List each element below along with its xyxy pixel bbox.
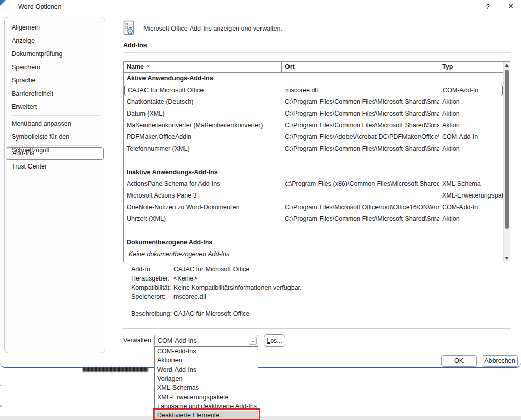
- dropdown-option-vorlagen[interactable]: Vorlagen: [155, 374, 258, 383]
- manage-combobox[interactable]: COM-Add-Ins ⌄: [154, 335, 258, 346]
- column-header-ort[interactable]: Ort: [282, 62, 439, 72]
- sidebar-item-barrierefreiheit[interactable]: Barrierefreiheit: [6, 87, 104, 100]
- detail-value: CAJAC für Microsoft Office: [173, 265, 249, 274]
- add-in-details: Add-In: CAJAC für Microsoft Office Herau…: [131, 265, 302, 318]
- background-fragment: [0, 405, 2, 407]
- cell-name: Chatkontakte (Deutsch): [124, 96, 282, 108]
- page-description: Microsoft Office-Add-Ins anzeigen und ve…: [143, 25, 282, 32]
- dropdown-option-com-add-ins[interactable]: COM-Add-Ins: [155, 347, 258, 356]
- cell-typ: COM-Add-In: [439, 131, 503, 143]
- sidebar-item-dokumentpruefung[interactable]: Dokumentprüfung: [6, 47, 104, 61]
- cell-typ: Aktion: [439, 143, 503, 155]
- detail-label: Speicherort:: [131, 292, 173, 301]
- background-taskbar-strip: [0, 416, 521, 420]
- manage-label: Verwalten:: [123, 337, 153, 344]
- dropdown-option-xml-schemas[interactable]: XML-Schemas: [155, 383, 258, 393]
- cell-name: Microsoft Actions Pane 3: [124, 190, 282, 202]
- sidebar-item-anzeige[interactable]: Anzeige: [6, 34, 104, 47]
- scrollbar-thumb[interactable]: [505, 70, 509, 229]
- scroll-up-icon[interactable]: [505, 64, 509, 67]
- detail-label: Beschreibung:: [131, 309, 173, 318]
- detail-value: mscoree.dll: [173, 292, 206, 301]
- column-header-name[interactable]: Name^: [124, 62, 282, 72]
- cell-ort: [282, 190, 439, 202]
- cell-typ: Aktion: [439, 108, 503, 120]
- detail-row: Add-In: CAJAC für Microsoft Office: [131, 265, 302, 274]
- group-header-active: Aktive Anwendungs-Add-Ins: [124, 73, 503, 85]
- chevron-down-icon[interactable]: ⌄: [249, 337, 257, 345]
- cell-typ: XML-Schema: [439, 178, 503, 190]
- table-body: Aktive Anwendungs-Add-Ins CAJAC für Micr…: [124, 73, 503, 260]
- dropdown-option-xml-erweiterungspakete[interactable]: XML-Erweiterungspakete: [155, 393, 258, 402]
- cell-ort: mscoree.dll: [282, 85, 440, 96]
- cell-ort: C:\Program Files\Common Files\Microsoft …: [282, 143, 439, 155]
- cell-typ: Aktion: [439, 120, 503, 131]
- sidebar-item-speichern[interactable]: Speichern: [6, 61, 104, 74]
- table-row[interactable]: Datum (XML) C:\Program Files\Common File…: [124, 108, 503, 120]
- add-ins-table: Name^ Ort Typ Aktive Anwendungs-Add-Ins …: [123, 61, 510, 262]
- group-spacer: [124, 225, 503, 237]
- cell-ort: C:\Program Files\Common Files\Microsoft …: [282, 120, 439, 131]
- sidebar-item-menueband[interactable]: Menüband anpassen: [6, 117, 104, 130]
- column-label: Name: [127, 63, 144, 70]
- table-row[interactable]: CAJAC für Microsoft Office mscoree.dll C…: [124, 85, 503, 96]
- table-row[interactable]: Telefonnummer (XML) C:\Program Files\Com…: [124, 143, 503, 155]
- add-ins-page-icon: ⚙: [123, 20, 138, 37]
- table-row[interactable]: OneNote-Notizen zu Word-Dokumenten C:\Pr…: [124, 202, 503, 213]
- detail-row: Kompatibilität: Keine Kompatibilitätsinf…: [131, 283, 302, 292]
- ok-button[interactable]: OK: [441, 355, 477, 367]
- help-icon[interactable]: ?: [483, 3, 493, 10]
- group-spacer: [124, 155, 503, 166]
- cell-typ: COM-Add-In: [439, 202, 503, 213]
- obscured-background-text: [83, 367, 148, 372]
- table-row[interactable]: Maßeinheitenkonverter (Maßeinheitenkonve…: [124, 120, 503, 131]
- detail-label: Kompatibilität:: [131, 283, 173, 292]
- empty-group-note: Keine dokumentbezogenen Add-Ins: [124, 248, 503, 260]
- detail-value: Keine Kompatibilitätsinformationen verfü…: [173, 283, 302, 292]
- cell-name: Uhrzeit (XML): [124, 213, 282, 225]
- sidebar-item-schnellzugriff[interactable]: Symbolleiste für den Schnellzugriff: [6, 130, 104, 144]
- sidebar-item-allgemein[interactable]: Allgemein: [6, 21, 104, 34]
- cell-name: Telefonnummer (XML): [124, 143, 282, 155]
- table-row[interactable]: Uhrzeit (XML) C:\Program Files\Common Fi…: [124, 213, 503, 225]
- dropdown-option-aktionen[interactable]: Aktionen: [155, 356, 258, 365]
- cell-typ: Aktion: [439, 213, 503, 225]
- scroll-down-icon[interactable]: [505, 257, 509, 260]
- options-sidebar: Allgemein Anzeige Dokumentprüfung Speich…: [4, 17, 105, 353]
- cell-name: Maßeinheitenkonverter (Maßeinheitenkonve…: [124, 120, 282, 131]
- word-options-dialog: Word-Optionen ? ✕ Allgemein Anzeige Doku…: [0, 0, 521, 368]
- cell-ort: C:\Program Files\Common Files\Microsoft …: [282, 213, 439, 225]
- footer-divider: [123, 328, 511, 329]
- go-button[interactable]: Los...: [264, 334, 285, 347]
- section-divider: [123, 52, 511, 53]
- cell-ort: C:\Program Files\Microsoft Office\root\O…: [282, 202, 439, 213]
- column-label: Typ: [442, 63, 453, 70]
- cell-name: PDFMaker.OfficeAddin: [124, 131, 282, 143]
- detail-row: Beschreibung: CAJAC für Microsoft Office: [131, 309, 302, 318]
- close-icon[interactable]: ✕: [505, 2, 516, 10]
- detail-label: Herausgeber:: [131, 274, 173, 283]
- background-window: [0, 368, 521, 420]
- table-row[interactable]: Microsoft Actions Pane 3 XML-Erweiterung…: [124, 190, 503, 202]
- cell-ort: C:\Program Files\Adobe\Acrobat DC\PDFMak…: [282, 131, 439, 143]
- cancel-button[interactable]: Abbrechen: [482, 355, 518, 367]
- detail-row: Speicherort: mscoree.dll: [131, 292, 302, 301]
- sidebar-item-add-ins[interactable]: Add-Ins: [6, 147, 104, 160]
- table-row[interactable]: Chatkontakte (Deutsch) C:\Program Files\…: [124, 96, 503, 108]
- red-annotation-box: [153, 408, 260, 420]
- sidebar-item-trust-center[interactable]: Trust Center: [6, 160, 104, 173]
- table-scrollbar[interactable]: [503, 62, 510, 262]
- table-row[interactable]: PDFMaker.OfficeAddin C:\Program Files\Ad…: [124, 131, 503, 143]
- label-part: os...: [270, 337, 282, 344]
- sidebar-item-erweitert[interactable]: Erweitert: [6, 100, 104, 114]
- dropdown-option-word-add-ins[interactable]: Word-Add-Ins: [155, 365, 258, 374]
- sort-asc-icon: ^: [146, 64, 149, 70]
- table-header-row: Name^ Ort Typ: [124, 62, 503, 73]
- cursor-fragment-icon: [0, 0, 6, 6]
- sidebar-divider: [11, 115, 99, 116]
- sidebar-item-sprache[interactable]: Sprache: [6, 74, 104, 87]
- column-header-typ[interactable]: Typ: [439, 62, 503, 72]
- table-row[interactable]: ActionsPane Schema for Add-Ins c:\Progra…: [124, 178, 503, 190]
- detail-value: <Keine>: [173, 274, 197, 283]
- detail-value: CAJAC für Microsoft Office: [173, 309, 249, 318]
